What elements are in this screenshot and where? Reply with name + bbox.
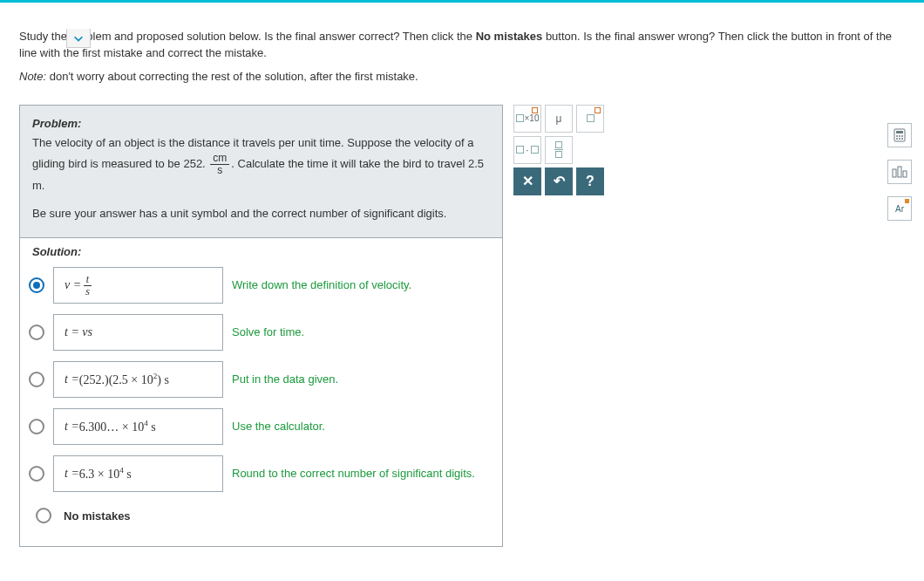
solution-step: v = tsWrite down the definition of veloc… <box>22 262 495 309</box>
instructions: Study the problem and proposed solution … <box>19 29 905 85</box>
help-button[interactable]: ? <box>576 167 604 195</box>
tool-exponent[interactable] <box>576 105 604 133</box>
solution-step: t = 6.300… × 104 sUse the calculator. <box>22 403 495 450</box>
measurement-icon <box>892 166 907 178</box>
no-mistakes-bold: No mistakes <box>476 30 543 43</box>
svg-point-3 <box>899 135 900 137</box>
tool-fraction[interactable] <box>545 136 573 164</box>
step-explanation: Round to the correct number of significa… <box>232 467 495 482</box>
equation-toolbar: ×10 μ · ✕ ↶ ? <box>513 105 604 195</box>
svg-rect-10 <box>903 171 907 177</box>
equation-box[interactable]: v = ts <box>53 267 223 304</box>
step-radio[interactable] <box>29 277 44 293</box>
svg-point-7 <box>901 138 903 140</box>
svg-point-2 <box>896 135 898 137</box>
collapse-toggle[interactable] <box>66 29 91 48</box>
no-mistakes-label: No mistakes <box>64 509 131 523</box>
svg-point-6 <box>899 138 900 140</box>
svg-rect-8 <box>893 169 896 177</box>
solution-step: t = (252.)(2.5 × 102) sPut in the data g… <box>22 356 495 403</box>
equation-box[interactable]: t = 6.3 × 104 s <box>53 455 223 492</box>
no-mistakes-radio[interactable] <box>36 508 51 523</box>
svg-point-5 <box>896 138 898 140</box>
periodic-table-button[interactable]: Ar <box>887 196 912 221</box>
unit-fraction: cms <box>210 153 229 176</box>
tool-mu[interactable]: μ <box>545 105 573 133</box>
step-radio[interactable] <box>29 372 44 387</box>
note-prefix: Note: <box>19 70 46 83</box>
problem-card: Problem: The velocity of an object is th… <box>19 105 503 548</box>
problem-text-2: Be sure your answer has a unit symbol an… <box>32 204 490 223</box>
equation-box[interactable]: t = 6.300… × 104 s <box>53 408 223 445</box>
periodic-table-icon: Ar <box>895 204 904 214</box>
problem-text: The velocity of an object is the distanc… <box>32 133 490 196</box>
svg-point-4 <box>901 135 903 137</box>
svg-rect-1 <box>896 131 903 133</box>
undo-button[interactable]: ↶ <box>545 167 573 195</box>
solution-label: Solution: <box>20 238 502 262</box>
problem-label: Problem: <box>32 114 490 133</box>
chevron-down-icon <box>72 32 85 44</box>
step-radio[interactable] <box>29 419 44 434</box>
calculator-icon <box>893 128 907 142</box>
step-radio[interactable] <box>29 466 44 482</box>
no-mistakes-row: No mistakes <box>22 497 495 536</box>
solution-step: t = 6.3 × 104 sRound to the correct numb… <box>22 450 495 497</box>
calculator-button[interactable] <box>887 123 912 147</box>
step-explanation: Write down the definition of velocity. <box>232 278 495 293</box>
step-explanation: Put in the data given. <box>232 373 495 387</box>
tool-sci-notation[interactable]: ×10 <box>513 105 541 133</box>
solution-step: t = vsSolve for time. <box>22 309 495 356</box>
equation-box[interactable]: t = vs <box>53 314 223 351</box>
svg-rect-9 <box>898 167 901 177</box>
clear-button[interactable]: ✕ <box>513 167 541 195</box>
step-explanation: Use the calculator. <box>232 420 495 434</box>
tool-multiply-box[interactable]: · <box>513 136 541 164</box>
note-text: don't worry about correcting the rest of… <box>46 70 418 83</box>
step-radio[interactable] <box>29 325 44 340</box>
measurement-button[interactable] <box>887 160 912 184</box>
equation-box[interactable]: t = (252.)(2.5 × 102) s <box>53 361 223 398</box>
step-explanation: Solve for time. <box>232 325 495 340</box>
